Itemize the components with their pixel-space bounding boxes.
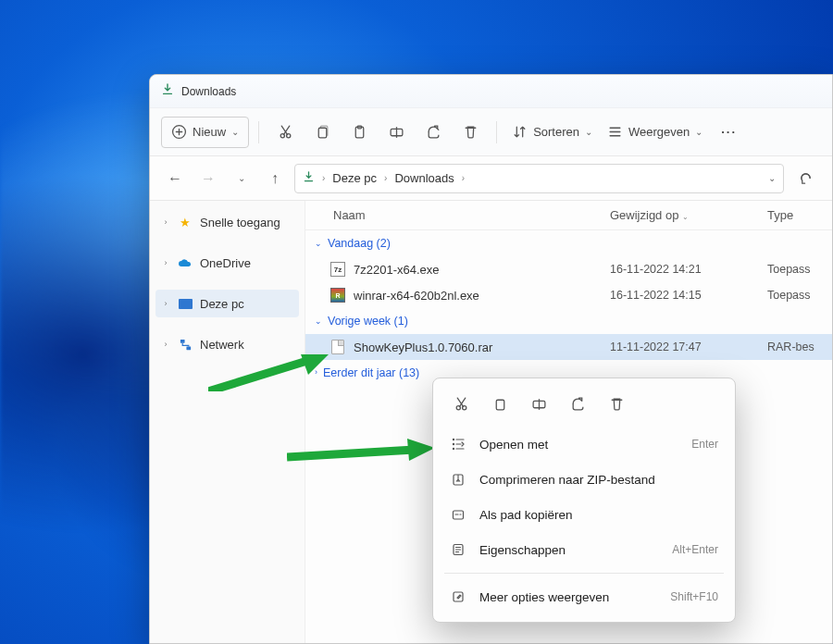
sidebar-item-label: Netwerk: [200, 338, 244, 352]
context-compress-zip[interactable]: Comprimeren naar ZIP-bestand: [441, 462, 727, 497]
paste-button[interactable]: [342, 117, 376, 148]
chevron-down-icon: ⌄: [315, 239, 322, 248]
star-icon: ★: [178, 215, 193, 229]
file-name: ShowKeyPlus1.0.7060.rar: [354, 341, 610, 354]
file-date: 11-11-2022 17:47: [610, 341, 767, 353]
group-label: Vandaag (2): [328, 237, 391, 250]
delete-button[interactable]: [454, 117, 487, 148]
up-button[interactable]: ↑: [261, 165, 289, 192]
chevron-right-icon: ›: [320, 173, 327, 183]
context-cut-button[interactable]: [442, 388, 479, 419]
sidebar-item-label: Snelle toegang: [200, 216, 280, 229]
navigation-row: ← → ⌄ ↑ › Deze pc › Downloads › ⌄: [150, 156, 832, 201]
recent-locations-button[interactable]: ⌄: [228, 165, 255, 192]
separator: [496, 121, 497, 143]
group-label: Eerder dit jaar (13): [323, 366, 419, 379]
svg-point-17: [453, 448, 454, 450]
file-type: RAR-bes: [767, 341, 832, 353]
copy-path-icon: [450, 507, 466, 522]
svg-rect-7: [180, 339, 184, 342]
forward-button: →: [194, 165, 222, 192]
cloud-icon: [178, 255, 193, 270]
context-properties[interactable]: Eigenschappen Alt+Enter: [441, 532, 727, 567]
sort-button[interactable]: Sorteren ⌄: [506, 117, 598, 148]
address-bar[interactable]: › Deze pc › Downloads › ⌄: [294, 164, 784, 193]
refresh-button[interactable]: [789, 165, 821, 192]
sidebar-item-quick-access[interactable]: › ★ Snelle toegang: [155, 208, 299, 236]
properties-icon: [450, 542, 466, 557]
downloads-folder-icon: [303, 171, 315, 186]
more-options-icon: [450, 589, 466, 604]
column-headers: Naam Gewijzigd op⌄ Type: [305, 201, 832, 230]
rar-file-icon: [329, 339, 346, 355]
exe-file-icon: R: [329, 287, 346, 303]
share-button[interactable]: [416, 117, 450, 148]
context-copy-button[interactable]: [481, 388, 518, 419]
file-type: Toepass: [767, 263, 832, 276]
file-row[interactable]: 7z 7z2201-x64.exe 16-11-2022 14:21 Toepa…: [305, 256, 832, 282]
sidebar-item-thispc[interactable]: › Deze pc: [155, 290, 299, 317]
open-with-icon: [450, 437, 466, 452]
file-name: 7z2201-x64.exe: [354, 263, 610, 277]
column-header-type[interactable]: Type: [767, 208, 832, 222]
sort-indicator-icon: ⌄: [678, 213, 689, 221]
chevron-down-icon: ⌄: [315, 316, 322, 326]
context-rename-button[interactable]: [520, 388, 557, 419]
breadcrumb-thispc[interactable]: Deze pc: [332, 171, 377, 185]
file-date: 16-11-2022 14:21: [610, 263, 767, 276]
more-options-button[interactable]: ···: [712, 117, 746, 148]
file-name: winrar-x64-620b2nl.exe: [354, 289, 610, 303]
context-menu: Openen met Enter Comprimeren naar ZIP-be…: [432, 378, 736, 623]
chevron-right-icon: ›: [161, 299, 170, 308]
column-header-name[interactable]: Naam: [305, 208, 610, 222]
context-share-button[interactable]: [559, 388, 596, 419]
sidebar-item-onedrive[interactable]: › OneDrive: [155, 249, 299, 277]
chevron-right-icon: ›: [315, 367, 317, 377]
sidebar-item-label: Deze pc: [200, 297, 244, 311]
group-header-lastweek[interactable]: ⌄ Vorige week (1): [305, 308, 832, 334]
svg-point-15: [453, 439, 454, 440]
separator: [258, 121, 259, 143]
svg-point-16: [453, 443, 454, 445]
svg-rect-8: [186, 346, 191, 350]
chevron-right-icon: ›: [460, 173, 466, 183]
group-header-today[interactable]: ⌄ Vandaag (2): [305, 230, 832, 256]
file-date: 16-11-2022 14:15: [610, 289, 767, 302]
exe-file-icon: 7z: [329, 261, 346, 278]
chevron-right-icon: ›: [382, 173, 389, 183]
context-menu-icon-row: [441, 386, 727, 427]
breadcrumb-downloads[interactable]: Downloads: [394, 171, 454, 185]
back-button[interactable]: ←: [161, 165, 189, 192]
chevron-right-icon: ›: [161, 258, 170, 267]
chevron-down-icon: ⌄: [695, 127, 702, 137]
file-row-selected[interactable]: ShowKeyPlus1.0.7060.rar 11-11-2022 17:47…: [305, 334, 832, 360]
chevron-down-icon: ⌄: [231, 127, 239, 137]
title-bar[interactable]: Downloads: [150, 75, 832, 108]
network-icon: [178, 337, 193, 352]
context-delete-button[interactable]: [598, 388, 635, 419]
group-label: Vorige week (1): [328, 315, 408, 328]
copy-button[interactable]: [305, 117, 339, 148]
view-button[interactable]: Weergeven ⌄: [602, 117, 708, 148]
context-copy-path[interactable]: Als pad kopiëren: [441, 497, 727, 532]
chevron-right-icon: ›: [161, 340, 170, 349]
rename-button[interactable]: [379, 117, 413, 148]
monitor-icon: [178, 296, 193, 311]
cut-button[interactable]: [268, 117, 302, 148]
chevron-right-icon: ›: [161, 217, 170, 227]
navigation-pane: › ★ Snelle toegang › OneDrive › Deze pc …: [150, 201, 305, 643]
command-bar: Nieuw ⌄ Sorteren ⌄ Weergeven ⌄ ···: [150, 108, 832, 156]
file-type: Toepass: [767, 289, 832, 302]
downloads-folder-icon: [161, 83, 174, 99]
new-button[interactable]: Nieuw ⌄: [161, 117, 249, 148]
context-open-with[interactable]: Openen met Enter: [441, 427, 727, 462]
context-show-more[interactable]: Meer opties weergeven Shift+F10: [441, 579, 727, 614]
svg-rect-3: [318, 128, 327, 138]
chevron-down-icon: ⌄: [585, 127, 592, 137]
sidebar-item-network[interactable]: › Netwerk: [155, 330, 299, 358]
context-separator: [444, 573, 724, 574]
file-row[interactable]: R winrar-x64-620b2nl.exe 16-11-2022 14:1…: [305, 282, 832, 308]
chevron-down-icon[interactable]: ⌄: [768, 173, 776, 183]
column-header-modified[interactable]: Gewijzigd op⌄: [610, 208, 767, 222]
sidebar-item-label: OneDrive: [200, 256, 251, 270]
